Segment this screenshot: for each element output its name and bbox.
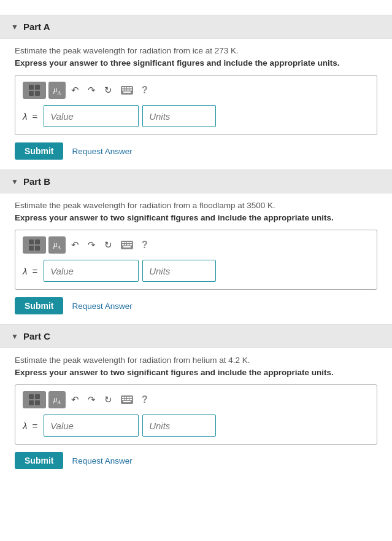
instruction-partA: Express your answer to three significant… (15, 58, 377, 68)
toolbar: μA ↶ ↷ ↻ ? (23, 391, 369, 408)
part-body-partB: Estimate the peak wavelength for radiati… (0, 193, 392, 324)
part-label-partB: Part B (23, 176, 50, 187)
help-button[interactable]: ? (139, 82, 151, 99)
input-row-partA: λ = (23, 105, 369, 127)
svg-rect-12 (125, 242, 126, 243)
svg-rect-15 (122, 244, 124, 246)
svg-rect-29 (123, 401, 131, 402)
answer-box-partA: μA ↶ ↷ ↻ ? (15, 75, 377, 135)
svg-rect-4 (129, 87, 132, 88)
svg-rect-6 (125, 90, 126, 91)
redo-button[interactable]: ↷ (85, 82, 99, 99)
grid-button[interactable] (23, 391, 46, 408)
undo-button[interactable]: ↶ (68, 82, 82, 99)
svg-rect-7 (127, 90, 129, 91)
bottom-row-partA: Submit Request Answer (15, 142, 377, 160)
svg-rect-21 (122, 397, 124, 398)
request-answer-link-partC[interactable]: Request Answer (72, 456, 132, 465)
part-section-partA: ▼ Part A Estimate the peak wavelength fo… (0, 15, 392, 169)
reset-button[interactable]: ↻ (101, 82, 115, 99)
part-label-partC: Part C (23, 331, 50, 341)
svg-rect-3 (127, 87, 129, 88)
part-label-partA: Part A (23, 21, 50, 32)
svg-rect-27 (127, 399, 129, 400)
toolbar: μA ↶ ↷ ↻ ? (23, 236, 369, 254)
request-answer-link-partB[interactable]: Request Answer (72, 302, 132, 311)
svg-rect-28 (129, 399, 132, 400)
svg-rect-8 (129, 90, 132, 91)
submit-button-partB[interactable]: Submit (15, 297, 63, 314)
value-input-partB[interactable] (44, 260, 139, 282)
answer-box-partC: μA ↶ ↷ ↻ ? (15, 384, 377, 445)
answer-box-partB: μA ↶ ↷ ↻ ? (15, 230, 377, 290)
reset-button[interactable]: ↻ (101, 391, 115, 408)
lambda-label-partA: λ (23, 111, 27, 122)
svg-rect-19 (123, 246, 131, 247)
redo-button[interactable]: ↷ (85, 236, 99, 254)
part-header-partB[interactable]: ▼ Part B (0, 170, 392, 193)
svg-rect-11 (122, 242, 124, 243)
question-text-partC: Estimate the peak wavelength for radiati… (15, 356, 377, 365)
svg-rect-14 (129, 242, 132, 243)
instruction-partC: Express your answer to two significant f… (15, 368, 377, 377)
help-button[interactable]: ? (139, 236, 151, 254)
mu-button[interactable]: μA (48, 82, 66, 99)
input-row-partB: λ = (23, 260, 369, 282)
bottom-row-partC: Submit Request Answer (15, 452, 377, 469)
svg-rect-9 (123, 91, 131, 93)
keyboard-button[interactable] (118, 236, 136, 254)
units-input-partA[interactable] (142, 105, 216, 127)
bottom-row-partB: Submit Request Answer (15, 297, 377, 314)
undo-button[interactable]: ↶ (68, 236, 82, 254)
grid-button[interactable] (23, 82, 46, 99)
svg-rect-25 (122, 399, 124, 400)
units-input-partC[interactable] (142, 415, 216, 437)
keyboard-button[interactable] (118, 391, 136, 408)
toolbar: μA ↶ ↷ ↻ ? (23, 82, 369, 99)
svg-rect-1 (122, 87, 124, 88)
question-text-partB: Estimate the peak wavelength for radiati… (15, 201, 377, 210)
equals-sign-partA: = (32, 111, 37, 122)
value-input-partC[interactable] (44, 415, 139, 437)
lambda-label-partC: λ (23, 421, 27, 431)
question-text-partA: Estimate the peak wavelength for radiati… (15, 46, 377, 55)
part-header-partA[interactable]: ▼ Part A (0, 15, 392, 39)
equals-sign-partB: = (32, 266, 37, 276)
svg-rect-18 (129, 244, 132, 246)
svg-rect-17 (127, 244, 129, 246)
svg-rect-13 (127, 242, 129, 243)
units-input-partB[interactable] (142, 260, 216, 282)
svg-rect-5 (122, 90, 124, 91)
mu-button[interactable]: μA (48, 236, 66, 254)
collapse-arrow-partA: ▼ (11, 23, 18, 31)
svg-rect-24 (129, 397, 132, 398)
equals-sign-partC: = (32, 421, 37, 431)
svg-rect-26 (125, 399, 126, 400)
value-input-partA[interactable] (44, 105, 139, 127)
reset-button[interactable]: ↻ (101, 236, 115, 254)
request-answer-link-partA[interactable]: Request Answer (72, 147, 132, 156)
part-body-partA: Estimate the peak wavelength for radiati… (0, 39, 392, 169)
collapse-arrow-partC: ▼ (11, 332, 18, 341)
svg-rect-2 (125, 87, 126, 88)
instruction-partB: Express your answer to two significant f… (15, 213, 377, 222)
collapse-arrow-partB: ▼ (11, 177, 18, 186)
input-row-partC: λ = (23, 415, 369, 437)
lambda-label-partB: λ (23, 266, 27, 276)
mu-button[interactable]: μA (48, 391, 66, 408)
help-button[interactable]: ? (139, 391, 151, 408)
part-body-partC: Estimate the peak wavelength for radiati… (0, 348, 392, 479)
part-header-partC[interactable]: ▼ Part C (0, 325, 392, 348)
grid-button[interactable] (23, 236, 46, 254)
part-section-partB: ▼ Part B Estimate the peak wavelength fo… (0, 169, 392, 324)
svg-rect-22 (125, 397, 126, 398)
svg-rect-23 (127, 397, 129, 398)
submit-button-partA[interactable]: Submit (15, 142, 63, 160)
keyboard-button[interactable] (118, 82, 136, 99)
redo-button[interactable]: ↷ (85, 391, 99, 408)
submit-button-partC[interactable]: Submit (15, 452, 63, 469)
svg-rect-16 (125, 244, 126, 246)
problem-title (0, 0, 392, 15)
undo-button[interactable]: ↶ (68, 391, 82, 408)
part-section-partC: ▼ Part C Estimate the peak wavelength fo… (0, 324, 392, 479)
